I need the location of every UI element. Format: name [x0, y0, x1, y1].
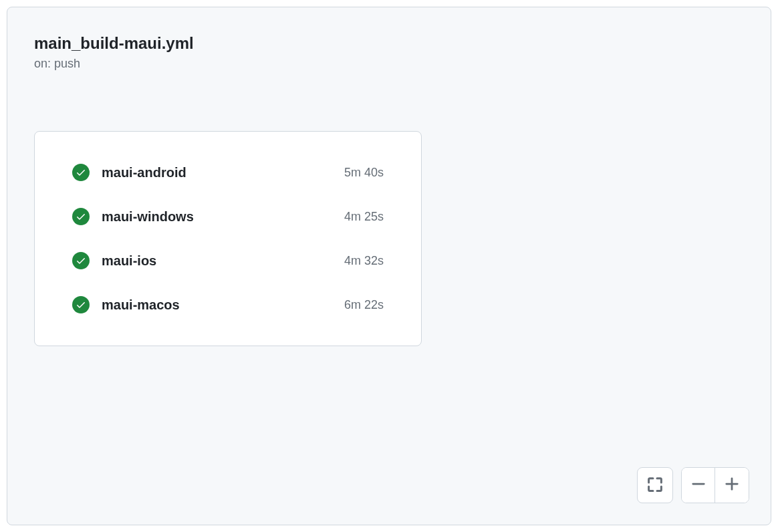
check-circle-icon — [72, 296, 90, 313]
jobs-card: maui-android 5m 40s maui-windows 4m 25s … — [34, 131, 422, 346]
zoom-out-button[interactable] — [682, 468, 715, 503]
zoom-group — [681, 467, 749, 503]
job-name: maui-macos — [102, 297, 344, 313]
fullscreen-icon — [647, 477, 663, 495]
workflow-title: main_build-maui.yml — [34, 34, 744, 53]
minus-icon — [691, 475, 706, 496]
job-row[interactable]: maui-android 5m 40s — [72, 164, 384, 194]
zoom-in-button[interactable] — [715, 468, 749, 503]
job-name: maui-android — [102, 165, 344, 180]
plus-icon — [725, 475, 739, 496]
view-controls — [637, 467, 749, 503]
job-row[interactable]: maui-macos 6m 22s — [72, 283, 384, 313]
job-row[interactable]: maui-windows 4m 25s — [72, 194, 384, 239]
job-duration: 4m 32s — [344, 254, 384, 268]
fullscreen-button[interactable] — [637, 467, 673, 503]
check-circle-icon — [72, 252, 90, 269]
job-name: maui-ios — [102, 253, 344, 269]
job-duration: 4m 25s — [344, 210, 384, 224]
job-duration: 5m 40s — [344, 166, 384, 180]
check-circle-icon — [72, 164, 90, 181]
workflow-trigger: on: push — [34, 57, 744, 71]
workflow-panel: main_build-maui.yml on: push maui-androi… — [7, 7, 771, 525]
check-circle-icon — [72, 208, 90, 225]
job-row[interactable]: maui-ios 4m 32s — [72, 239, 384, 283]
job-duration: 6m 22s — [344, 298, 384, 312]
job-name: maui-windows — [102, 209, 344, 225]
